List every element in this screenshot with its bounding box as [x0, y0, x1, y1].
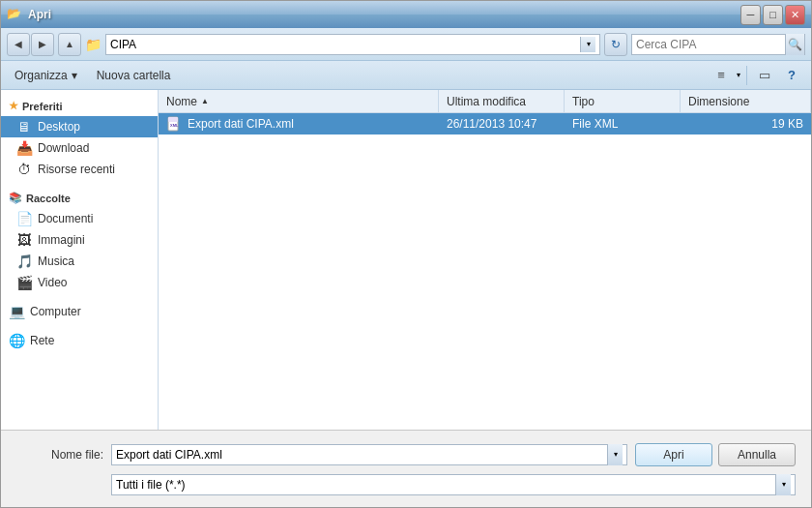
toolbar-separator: [746, 66, 747, 85]
table-row[interactable]: XML Export dati CIPA.xml 26/11/2013 10:4…: [159, 113, 811, 134]
file-list-header: Nome ▲ Ultima modifica Tipo Dimensione: [159, 90, 811, 113]
refresh-button[interactable]: ↻: [604, 33, 627, 56]
sidebar-item-musica[interactable]: 🎵 Musica: [1, 251, 158, 272]
sidebar-raccolte-label: Raccolte: [26, 193, 71, 204]
sidebar-item-risorse[interactable]: ⏱ Risorse recenti: [1, 159, 158, 180]
sidebar-computer-label: Computer: [30, 305, 81, 318]
dialog-window: 📂 Apri ─ □ ✕ ◀ ▶ ▲ 📁 CIPA ▾ ↻ 🔍 Organizz…: [0, 0, 812, 508]
sidebar-rete-label: Rete: [30, 334, 54, 347]
view-arrow[interactable]: ▾: [737, 71, 740, 79]
toolbar-right: ≡ ▾ ▭ ?: [710, 64, 803, 87]
sidebar-documenti-label: Documenti: [38, 212, 93, 225]
svg-text:XML: XML: [170, 123, 179, 128]
sidebar-immagini-label: Immagini: [38, 233, 85, 247]
maximize-button[interactable]: □: [763, 5, 783, 25]
sidebar-video-label: Video: [38, 276, 67, 289]
documenti-icon: 📄: [16, 211, 32, 226]
cancel-button[interactable]: Annulla: [718, 443, 796, 466]
filetype-input[interactable]: Tutti i file (*.*) ▾: [111, 474, 796, 495]
col-nome-label: Nome: [166, 95, 197, 108]
sidebar-section-computer: 💻 Computer: [1, 301, 158, 322]
file-dim-value: 19 KB: [771, 117, 803, 131]
file-dim-cell: 19 KB: [681, 117, 811, 131]
file-modifica-cell: 26/11/2013 10:47: [439, 117, 565, 131]
xml-file-icon: XML: [166, 116, 182, 132]
minimize-button[interactable]: ─: [740, 5, 761, 25]
bottom-bar: Nome file: Export dati CIPA.xml ▾ Apri A…: [1, 430, 811, 507]
close-button[interactable]: ✕: [785, 5, 805, 25]
new-folder-label: Nuova cartella: [97, 69, 171, 82]
desktop-icon: 🖥: [16, 119, 32, 134]
file-modifica-value: 26/11/2013 10:47: [447, 117, 536, 131]
help-button[interactable]: ?: [780, 64, 803, 87]
address-combo[interactable]: CIPA ▾: [105, 34, 600, 55]
sidebar-item-video[interactable]: 🎬 Video: [1, 272, 158, 293]
sidebar-item-immagini[interactable]: 🖼 Immagini: [1, 229, 158, 251]
col-header-modifica[interactable]: Ultima modifica: [439, 90, 565, 112]
sidebar-item-documenti[interactable]: 📄 Documenti: [1, 208, 158, 229]
filetype-row: Tutti i file (*.*) ▾: [16, 474, 796, 495]
sidebar: ★ Preferiti 🖥 Desktop 📥 Download ⏱ Risor…: [1, 90, 159, 430]
back-button[interactable]: ◀: [7, 33, 30, 56]
download-icon: 📥: [16, 140, 32, 156]
filename-dropdown-arrow[interactable]: ▾: [607, 444, 623, 465]
filename-label: Nome file:: [16, 448, 103, 462]
svg-rect-1: [168, 117, 178, 122]
window-title: Apri: [28, 8, 51, 21]
address-bar: ◀ ▶ ▲ 📁 CIPA ▾ ↻ 🔍: [1, 28, 811, 61]
filetype-dropdown-arrow[interactable]: ▾: [775, 474, 791, 495]
organize-button[interactable]: Organizza ▾: [9, 64, 83, 87]
file-nome-cell: XML Export dati CIPA.xml: [159, 116, 439, 132]
open-button[interactable]: Apri: [635, 443, 712, 466]
nav-buttons: ◀ ▶: [7, 33, 54, 56]
sidebar-item-rete[interactable]: 🌐 Rete: [1, 330, 158, 351]
action-buttons: Apri Annulla: [635, 443, 796, 466]
sidebar-item-desktop[interactable]: 🖥 Desktop: [1, 116, 158, 137]
sidebar-item-computer[interactable]: 💻 Computer: [1, 301, 158, 322]
col-modifica-label: Ultima modifica: [447, 95, 526, 108]
risorse-icon: ⏱: [16, 162, 32, 177]
raccolte-icon: 📚: [9, 192, 22, 204]
sidebar-download-label: Download: [38, 141, 89, 155]
sidebar-preferiti-label: Preferiti: [22, 101, 63, 112]
title-bar: 📂 Apri ─ □ ✕: [1, 1, 811, 28]
organize-label: Organizza: [14, 69, 68, 82]
immagini-icon: 🖼: [16, 232, 32, 248]
preview-button[interactable]: ▭: [753, 64, 776, 87]
star-icon: ★: [9, 100, 18, 112]
view-list-button[interactable]: ≡: [710, 64, 733, 87]
filetype-value: Tutti i file (*.*): [116, 478, 775, 492]
file-rows: XML Export dati CIPA.xml 26/11/2013 10:4…: [159, 113, 811, 430]
file-tipo-value: File XML: [572, 117, 618, 131]
col-dim-label: Dimensione: [688, 95, 749, 108]
col-header-nome[interactable]: Nome ▲: [159, 90, 439, 112]
title-buttons: ─ □ ✕: [740, 5, 805, 25]
new-folder-button[interactable]: Nuova cartella: [91, 64, 177, 87]
address-text: CIPA: [110, 38, 580, 51]
filename-value: Export dati CIPA.xml: [116, 448, 607, 462]
sidebar-item-download[interactable]: 📥 Download: [1, 137, 158, 159]
col-header-tipo[interactable]: Tipo: [565, 90, 681, 112]
title-bar-left: 📂 Apri: [7, 7, 51, 22]
search-button[interactable]: 🔍: [785, 34, 804, 55]
toolbar: Organizza ▾ Nuova cartella ≡ ▾ ▭ ?: [1, 61, 811, 90]
organize-arrow: ▾: [72, 69, 77, 82]
sort-arrow: ▲: [201, 97, 209, 105]
search-input[interactable]: [632, 38, 785, 51]
computer-icon: 💻: [9, 304, 24, 319]
col-header-dimensione[interactable]: Dimensione: [681, 90, 811, 112]
content-area: ★ Preferiti 🖥 Desktop 📥 Download ⏱ Risor…: [1, 90, 811, 430]
address-dropdown-arrow[interactable]: ▾: [580, 37, 595, 52]
filename-input[interactable]: Export dati CIPA.xml ▾: [111, 444, 627, 465]
folder-icon-addr: 📁: [85, 37, 102, 52]
sidebar-section-rete: 🌐 Rete: [1, 330, 158, 351]
up-button[interactable]: ▲: [58, 33, 81, 56]
sidebar-risorse-label: Risorse recenti: [38, 163, 115, 176]
forward-button[interactable]: ▶: [31, 33, 54, 56]
sidebar-header-preferiti: ★ Preferiti: [1, 96, 158, 116]
file-list: Nome ▲ Ultima modifica Tipo Dimensione: [159, 90, 811, 430]
col-tipo-label: Tipo: [572, 95, 594, 108]
filename-row: Nome file: Export dati CIPA.xml ▾ Apri A…: [16, 443, 796, 466]
sidebar-desktop-label: Desktop: [38, 120, 80, 134]
sidebar-section-raccolte: 📚 Raccolte 📄 Documenti 🖼 Immagini 🎵 Musi…: [1, 188, 158, 293]
